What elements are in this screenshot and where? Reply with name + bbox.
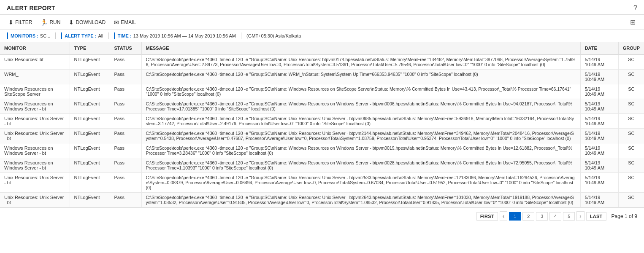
email-button[interactable]: ✉ EMAIL <box>112 18 138 27</box>
alert-table-container: MONITOR TYPE STATUS MESSAGE DATE GROUP U… <box>0 42 644 207</box>
cell-monitor: Windows Resources on Windows Server - bt <box>0 158 70 173</box>
filter-monitors: MONITORS : SC... <box>7 32 56 39</box>
cell-status: Pass <box>110 99 141 114</box>
cell-type: NTLogEvent <box>70 193 110 207</box>
col-header-status: STATUS <box>110 42 141 54</box>
cell-date: 5/14/1910:49 AM <box>580 193 618 207</box>
cell-group: SC <box>618 114 644 129</box>
pagination-page-5[interactable]: 5 <box>563 212 575 221</box>
cell-message: C:\SiteScope\tools\perfex.exe *4360 -tim… <box>141 99 580 114</box>
col-header-message: MESSAGE <box>141 42 580 54</box>
layout-icon[interactable]: ⊞ <box>628 17 637 27</box>
cell-type: NTLogEvent <box>70 158 110 173</box>
cell-group: SC <box>618 158 644 173</box>
email-label: EMAIL <box>121 19 136 25</box>
filter-alert-type: ALERT TYPE : All <box>61 32 108 39</box>
filter-button[interactable]: ⬇ FILTER <box>7 18 34 27</box>
filter-bar-accent2 <box>61 32 62 39</box>
cell-status: Pass <box>110 84 141 99</box>
table-body: Unix Resources: btNTLogEventPassC:\SiteS… <box>0 54 644 207</box>
filter-timezone-value: (GMT+05:30) Asia/Kolkata <box>246 33 301 38</box>
table-row: Unix Resources: Unix Server - btNTLogEve… <box>0 114 644 129</box>
table-row: Windows Resources on Windows Server - bt… <box>0 143 644 158</box>
table-row: WRM_NTLogEventPassC:\SiteScope\tools\per… <box>0 70 644 84</box>
cell-type: NTLogEvent <box>70 114 110 129</box>
cell-date: 5/14/1910:49 AM <box>580 158 618 173</box>
cell-status: Pass <box>110 70 141 84</box>
col-header-monitor: MONITOR <box>0 42 70 54</box>
cell-type: NTLogEvent <box>70 173 110 193</box>
cell-type: NTLogEvent <box>70 84 110 99</box>
cell-group: SC <box>618 129 644 143</box>
table-row: Windows Resources on Windows Server - bt… <box>0 158 644 173</box>
table-header: MONITOR TYPE STATUS MESSAGE DATE GROUP <box>0 42 644 54</box>
filter-bar-accent3 <box>114 32 115 39</box>
download-icon: ⬇ <box>69 19 74 26</box>
run-label: RUN <box>49 19 60 25</box>
cell-status: Pass <box>110 114 141 129</box>
cell-date: 5/14/1910:49 AM <box>580 99 618 114</box>
cell-group: SC <box>618 54 644 70</box>
pagination-last-button[interactable]: LAST <box>586 212 606 221</box>
cell-message: C:\SiteScope\tools\perfex.exe *4360 -tim… <box>141 54 580 70</box>
cell-date: 5/14/1910:49 AM <box>580 173 618 193</box>
download-button[interactable]: ⬇ DOWNLOAD <box>67 18 107 27</box>
filter-label: FILTER <box>15 19 32 25</box>
cell-message: C:\SiteScope\tools\perfex.exe *4360 -tim… <box>141 173 580 193</box>
cell-monitor: Unix Resources: Unix Server - bt <box>0 114 70 129</box>
filter-monitors-value: SC... <box>40 33 50 38</box>
cell-status: Pass <box>110 129 141 143</box>
table-row: Windows Resources on SiteScope ServerNTL… <box>0 84 644 99</box>
cell-status: Pass <box>110 173 141 193</box>
table-row: Unix Resources: Unix Server - btNTLogEve… <box>0 129 644 143</box>
cell-date: 5/14/1910:49 AM <box>580 129 618 143</box>
cell-message: C:\SiteScope\tools\perfex.exe *4360 -tim… <box>141 84 580 99</box>
cell-monitor: Unix Resources: Unix Server - bt <box>0 129 70 143</box>
page-header: ALERT REPORT ? <box>0 0 644 15</box>
alert-table: MONITOR TYPE STATUS MESSAGE DATE GROUP U… <box>0 42 644 207</box>
run-icon: 🏃 <box>41 19 48 26</box>
cell-date: 5/14/1910:49 AM <box>580 54 618 70</box>
cell-monitor: Windows Resources on SiteScope Server <box>0 84 70 99</box>
pagination-prev-button[interactable]: ‹ <box>500 211 507 221</box>
run-button[interactable]: 🏃 RUN <box>39 18 62 27</box>
table-row: Unix Resources: Unix Server - btNTLogEve… <box>0 173 644 193</box>
cell-message: C:\SiteScope\tools\perfex.exe *4360 -tim… <box>141 70 580 84</box>
cell-date: 5/14/1910:49 AM <box>580 84 618 99</box>
cell-status: Pass <box>110 143 141 158</box>
cell-message: C:\SiteScope\tools\perfex.exe *4360 -tim… <box>141 114 580 129</box>
pagination-page-2[interactable]: 2 <box>522 212 534 221</box>
cell-date: 5/14/1910:49 AM <box>580 70 618 84</box>
help-icon[interactable]: ? <box>633 4 637 12</box>
filters-bar: MONITORS : SC... ALERT TYPE : All TIME :… <box>0 30 644 42</box>
cell-status: Pass <box>110 54 141 70</box>
filter-timezone: (GMT+05:30) Asia/Kolkata <box>246 33 306 38</box>
col-header-date: DATE <box>580 42 618 54</box>
cell-status: Pass <box>110 193 141 207</box>
cell-monitor: Windows Resources on Windows Server - bt <box>0 99 70 114</box>
cell-group: SC <box>618 143 644 158</box>
cell-monitor: Windows Resources on Windows Server - bt <box>0 143 70 158</box>
email-icon: ✉ <box>114 19 119 26</box>
pagination-page-3[interactable]: 3 <box>536 212 548 221</box>
cell-date: 5/14/1910:49 AM <box>580 143 618 158</box>
col-header-type: TYPE <box>70 42 110 54</box>
download-label: DOWNLOAD <box>76 19 106 25</box>
cell-monitor: Unix Resources: Unix Server - bt <box>0 173 70 193</box>
cell-message: C:\SiteScope\tools\perfex.exe *4360 -tim… <box>141 129 580 143</box>
cell-message: C:\SiteScope\tools\perfex.exe *4360 -tim… <box>141 143 580 158</box>
pagination-next-button[interactable]: › <box>576 211 584 221</box>
filter-alert-type-value: All <box>98 33 103 38</box>
cell-type: NTLogEvent <box>70 54 110 70</box>
cell-status: Pass <box>110 158 141 173</box>
pagination-page-1[interactable]: 1 <box>509 212 521 221</box>
cell-type: NTLogEvent <box>70 99 110 114</box>
filter-icon: ⬇ <box>8 19 14 26</box>
pagination-first-button[interactable]: FIRST <box>476 212 498 221</box>
cell-date: 5/14/1910:49 AM <box>580 114 618 129</box>
cell-group: SC <box>618 70 644 84</box>
toolbar: ⬇ FILTER 🏃 RUN ⬇ DOWNLOAD ✉ EMAIL ⊞ <box>0 15 644 30</box>
pagination-page-4[interactable]: 4 <box>549 212 561 221</box>
cell-message: C:\SiteScope\tools\perfex.exe *4360 -tim… <box>141 158 580 173</box>
page-title: ALERT REPORT <box>7 5 55 11</box>
